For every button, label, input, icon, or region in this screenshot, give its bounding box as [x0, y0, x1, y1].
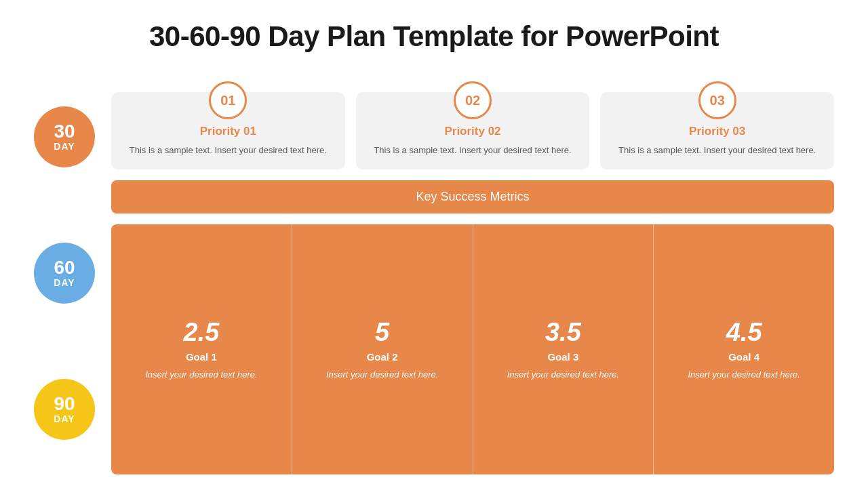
- day-60-label: DAY: [54, 277, 75, 288]
- goal-cell-4: 4.5 Goal 4 Insert your desired text here…: [654, 224, 834, 475]
- main-content: 30 DAY 60 DAY 90 DAY 01 Priority 01 This…: [34, 72, 834, 474]
- priority-3-title: Priority 03: [689, 125, 745, 138]
- day-30-circle: 30 DAY: [34, 106, 95, 167]
- goal-1-title: Goal 1: [186, 351, 217, 363]
- page-title: 30-60-90 Day Plan Template for PowerPoin…: [34, 20, 834, 53]
- priority-card-2: 02 Priority 02 This is a sample text. In…: [356, 92, 590, 169]
- goal-4-number: 4.5: [726, 318, 762, 347]
- day-30-number: 30: [54, 122, 75, 141]
- day-90-circle: 90 DAY: [34, 379, 95, 440]
- priority-2-text: This is a sample text. Insert your desir…: [374, 144, 571, 157]
- day-60-circle: 60 DAY: [34, 243, 95, 304]
- priority-2-circle: 02: [454, 81, 492, 119]
- right-content: 01 Priority 01 This is a sample text. In…: [111, 72, 834, 474]
- goal-cell-2: 5 Goal 2 Insert your desired text here.: [292, 224, 473, 475]
- priority-1-text: This is a sample text. Insert your desir…: [130, 144, 327, 157]
- goal-4-text: Insert your desired text here.: [688, 368, 800, 382]
- goals-row: 2.5 Goal 1 Insert your desired text here…: [111, 224, 834, 475]
- goal-1-number: 2.5: [183, 318, 219, 347]
- priority-card-3: 03 Priority 03 This is a sample text. In…: [600, 92, 834, 169]
- priority-card-1: 01 Priority 01 This is a sample text. In…: [111, 92, 345, 169]
- day-60-number: 60: [54, 258, 75, 277]
- priority-3-text: This is a sample text. Insert your desir…: [618, 144, 816, 157]
- priority-row: 01 Priority 01 This is a sample text. In…: [111, 72, 834, 169]
- goal-1-text: Insert your desired text here.: [145, 368, 257, 382]
- goal-3-text: Insert your desired text here.: [507, 368, 619, 382]
- goal-3-title: Goal 3: [547, 351, 578, 363]
- day-circles: 30 DAY 60 DAY 90 DAY: [34, 72, 95, 474]
- priority-3-circle: 03: [698, 81, 736, 119]
- goal-2-title: Goal 2: [367, 351, 398, 363]
- priority-1-title: Priority 01: [200, 125, 256, 138]
- goal-cell-1: 2.5 Goal 1 Insert your desired text here…: [111, 224, 292, 475]
- goal-4-title: Goal 4: [728, 351, 760, 363]
- day-90-label: DAY: [54, 413, 75, 424]
- day-90-number: 90: [54, 394, 75, 413]
- goal-3-number: 3.5: [545, 318, 581, 347]
- priority-2-title: Priority 02: [444, 125, 500, 138]
- priority-1-circle: 01: [209, 81, 247, 119]
- day-30-label: DAY: [54, 141, 75, 152]
- goal-2-text: Insert your desired text here.: [326, 368, 438, 382]
- metrics-banner: Key Success Metrics: [111, 180, 834, 214]
- goal-cell-3: 3.5 Goal 3 Insert your desired text here…: [473, 224, 654, 475]
- goal-2-number: 5: [375, 318, 389, 347]
